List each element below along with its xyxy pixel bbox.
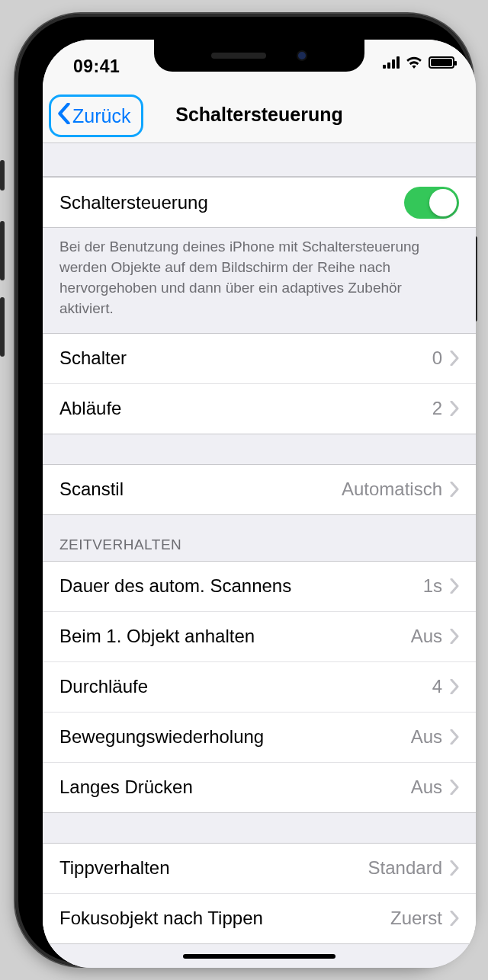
wifi-icon — [406, 56, 422, 69]
phone-frame: 09:41 Zurück Schaltersteuerung — [15, 14, 473, 966]
row-bewegungswiederholung[interactable]: Bewegungswiederholung Aus — [43, 713, 476, 763]
group-scanstil: Scanstil Automatisch — [43, 465, 476, 515]
chevron-right-icon — [450, 780, 459, 795]
row-scanstil[interactable]: Scanstil Automatisch — [43, 465, 476, 515]
row-label: Dauer des autom. Scannens — [59, 575, 291, 597]
row-label: Fokusobjekt nach Tippen — [59, 908, 263, 929]
speaker-grill — [211, 53, 266, 59]
row-label: Bewegungswiederholung — [59, 726, 264, 748]
status-icons — [383, 56, 454, 69]
settings-content[interactable]: Schaltersteuerung Bei der Benutzung dein… — [43, 143, 476, 968]
row-value: Standard — [368, 857, 442, 879]
row-value: Aus — [411, 626, 442, 647]
group-tippverhalten: Tippverhalten Standard Fokusobjekt nach … — [43, 844, 476, 944]
row-label: Beim 1. Objekt anhalten — [59, 626, 255, 647]
row-fokusobjekt-nach-tippen[interactable]: Fokusobjekt nach Tippen Zuerst — [43, 894, 476, 944]
home-indicator[interactable] — [183, 954, 336, 959]
row-durchlaeufe[interactable]: Durchläufe 4 — [43, 662, 476, 713]
page-title: Schaltersteuerung — [43, 104, 476, 126]
chevron-right-icon — [450, 578, 459, 594]
screen: 09:41 Zurück Schaltersteuerung — [43, 40, 476, 968]
section-header-zeitverhalten: ZEITVERHALTEN — [43, 515, 476, 562]
row-label: Tippverhalten — [59, 857, 170, 879]
row-label: Scanstil — [59, 479, 124, 500]
row-schalter[interactable]: Schalter 0 — [43, 334, 476, 384]
chevron-right-icon — [450, 911, 459, 926]
row-value: Aus — [411, 726, 442, 748]
row-label: Durchläufe — [59, 676, 148, 697]
group-footer-text: Bei der Benutzung deines iPhone mit Scha… — [43, 228, 476, 333]
chevron-right-icon — [450, 351, 459, 366]
row-label: Schalter — [59, 347, 127, 369]
chevron-right-icon — [450, 860, 459, 876]
cellular-icon — [383, 56, 400, 69]
chevron-right-icon — [450, 679, 459, 694]
row-label: Langes Drücken — [59, 777, 193, 798]
row-value: 1s — [423, 575, 442, 597]
group-main-toggle: Schaltersteuerung — [43, 177, 476, 228]
front-camera — [297, 50, 307, 61]
notch — [154, 40, 364, 72]
chevron-right-icon — [450, 729, 459, 745]
chevron-right-icon — [450, 401, 459, 416]
row-value: Automatisch — [342, 479, 442, 500]
status-time: 09:41 — [73, 56, 120, 77]
row-tippverhalten[interactable]: Tippverhalten Standard — [43, 844, 476, 894]
row-schaltersteuerung-toggle[interactable]: Schaltersteuerung — [43, 178, 476, 228]
row-erstes-objekt-anhalten[interactable]: Beim 1. Objekt anhalten Aus — [43, 612, 476, 662]
row-value: 0 — [432, 347, 442, 369]
row-langes-druecken[interactable]: Langes Drücken Aus — [43, 763, 476, 813]
row-dauer-scannen[interactable]: Dauer des autom. Scannens 1s — [43, 562, 476, 612]
nav-bar: Zurück Schaltersteuerung — [43, 87, 476, 143]
row-value: Aus — [411, 777, 442, 798]
battery-icon — [429, 56, 454, 69]
group-schalter-ablaeufe: Schalter 0 Abläufe 2 — [43, 333, 476, 434]
group-zeitverhalten: Dauer des autom. Scannens 1s Beim 1. Obj… — [43, 562, 476, 813]
toggle-switch[interactable] — [404, 187, 459, 219]
row-label: Schaltersteuerung — [59, 192, 208, 213]
chevron-right-icon — [450, 629, 459, 644]
row-ablaeufe[interactable]: Abläufe 2 — [43, 384, 476, 434]
chevron-right-icon — [450, 482, 459, 497]
row-value: Zuerst — [390, 908, 442, 929]
row-label: Abläufe — [59, 398, 121, 419]
row-value: 4 — [432, 676, 442, 697]
row-value: 2 — [432, 398, 442, 419]
